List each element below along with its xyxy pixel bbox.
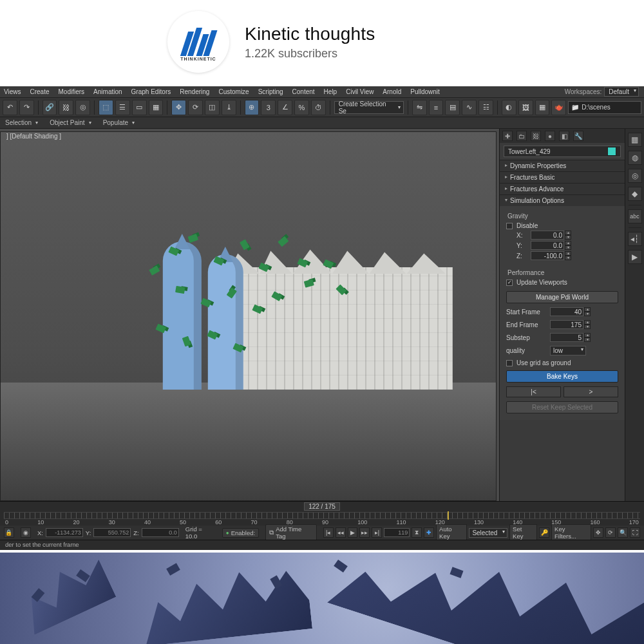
gravity-z-spinner[interactable]: ▴▾ xyxy=(531,251,571,260)
tab-create-icon[interactable]: ✚ xyxy=(502,131,513,141)
status-x-input[interactable] xyxy=(46,528,83,537)
menu-scripting[interactable]: Scripting xyxy=(258,88,283,95)
tool-abc-icon[interactable]: abc xyxy=(628,209,642,223)
menu-customize[interactable]: Customize xyxy=(218,88,249,95)
viewport[interactable] xyxy=(0,131,497,501)
menu-create[interactable]: Create xyxy=(30,88,50,95)
timeline[interactable]: 122 / 175 010 2030 4050 6070 8090 100110… xyxy=(0,501,644,526)
prev-frame-icon[interactable]: ◂◂ xyxy=(336,527,346,538)
viewport-label[interactable]: ] [Default Shading ] xyxy=(6,133,61,140)
status-z-input[interactable] xyxy=(142,528,179,537)
place-button[interactable]: ⤓ xyxy=(222,100,236,115)
rollout-simulation-options[interactable]: Simulation Options xyxy=(500,195,625,206)
gravity-y-spinner[interactable]: ▴▾ xyxy=(531,241,571,250)
object-color-swatch[interactable] xyxy=(607,147,616,156)
percent-snap-button[interactable]: % xyxy=(294,100,309,115)
gravity-disable-checkbox[interactable]: Disable xyxy=(506,222,618,229)
mat-editor-button[interactable]: ◐ xyxy=(502,100,516,115)
current-frame-input[interactable] xyxy=(384,528,410,537)
key-mode-icon[interactable]: ✚ xyxy=(424,527,434,538)
tab-motion-icon[interactable]: ● xyxy=(545,131,555,141)
channel-avatar[interactable]: THINKINETIC xyxy=(167,11,229,73)
next-frame-icon[interactable]: ▸▸ xyxy=(359,527,370,538)
rollout-fractures-basic[interactable]: Fractures Basic xyxy=(500,172,625,183)
menu-animation[interactable]: Animation xyxy=(93,88,122,95)
tool-torus-icon[interactable]: ◎ xyxy=(628,169,642,183)
tab-utilities-icon[interactable]: 🔧 xyxy=(573,131,583,141)
tool-diamond-icon[interactable]: ◆ xyxy=(628,187,642,201)
snap-3-button[interactable]: 3 xyxy=(261,100,276,115)
ribbon-selection[interactable]: Selection xyxy=(5,119,38,126)
time-config-icon[interactable]: ⧗ xyxy=(412,527,422,538)
render-frame-button[interactable]: ▦ xyxy=(535,100,550,115)
render-setup-button[interactable]: 🖼 xyxy=(518,100,533,115)
key-target-dropdown[interactable]: Selected xyxy=(469,528,507,538)
select-button[interactable]: ⬚ xyxy=(99,100,113,115)
ref-coord-button[interactable]: ⊕ xyxy=(245,100,260,115)
mirror-button[interactable]: ⇋ xyxy=(412,100,427,115)
key-filters-icon[interactable]: 🔑 xyxy=(539,527,549,538)
schematic-button[interactable]: ☷ xyxy=(478,100,493,115)
nav-orbit-icon[interactable]: ⟳ xyxy=(605,527,616,538)
bind-button[interactable]: ◎ xyxy=(75,100,90,115)
ribbon-populate[interactable]: Populate xyxy=(103,119,135,126)
channel-name[interactable]: Kinetic thoughts xyxy=(245,24,375,44)
move-button[interactable]: ✥ xyxy=(171,100,186,115)
tab-modify-icon[interactable]: 🗀 xyxy=(516,131,527,141)
key-filters-button[interactable]: Key Filters... xyxy=(551,524,591,541)
align-button[interactable]: ≡ xyxy=(429,100,444,115)
start-frame-spinner[interactable]: ▴▾ xyxy=(550,307,591,316)
nav-first-button[interactable]: |< xyxy=(506,386,561,397)
menu-rendering[interactable]: Rendering xyxy=(180,88,209,95)
curve-editor-button[interactable]: ∿ xyxy=(462,100,477,115)
auto-key-button[interactable]: Auto Key xyxy=(436,524,467,541)
status-y-input[interactable] xyxy=(93,528,131,537)
menu-help[interactable]: Help xyxy=(324,88,337,95)
undo-button[interactable]: ↶ xyxy=(3,100,17,115)
goto-start-icon[interactable]: |◂ xyxy=(323,527,334,538)
bake-keys-button[interactable]: Bake Keys xyxy=(506,370,618,383)
reset-keep-selected-button[interactable]: Reset Keep Selected xyxy=(506,401,618,413)
spinner-snap-button[interactable]: ⏱ xyxy=(311,100,326,115)
unlink-button[interactable]: ⛓ xyxy=(59,100,73,115)
nav-next-button[interactable]: > xyxy=(564,386,618,397)
rollout-dynamic-properties[interactable]: Dynamic Properties xyxy=(500,160,625,171)
substep-spinner[interactable]: ▴▾ xyxy=(550,333,591,342)
window-cross-button[interactable]: ▦ xyxy=(149,100,164,115)
nav-pan-icon[interactable]: ✥ xyxy=(593,527,603,538)
redo-button[interactable]: ↷ xyxy=(19,100,34,115)
goto-end-icon[interactable]: ▸| xyxy=(372,527,382,538)
end-frame-spinner[interactable]: ▴▾ xyxy=(550,320,591,329)
scale-button[interactable]: ◫ xyxy=(205,100,220,115)
select-name-button[interactable]: ☰ xyxy=(115,100,130,115)
menu-modifiers[interactable]: Modifiers xyxy=(59,88,85,95)
quality-dropdown[interactable]: low xyxy=(550,346,586,355)
isolate-icon[interactable]: ◉ xyxy=(21,527,31,538)
menu-pulldownit[interactable]: Pulldownit xyxy=(410,88,440,95)
workspace-dropdown[interactable]: Default xyxy=(604,87,639,97)
tool-play-icon[interactable]: ▶ xyxy=(628,250,642,264)
script-enabled-pill[interactable]: Enabled: xyxy=(222,528,259,538)
tool-prev-icon[interactable]: ◂┆ xyxy=(628,232,642,246)
project-path[interactable]: D:\scenes xyxy=(568,101,641,114)
link-button[interactable]: 🔗 xyxy=(43,100,57,115)
rect-select-button[interactable]: ▭ xyxy=(132,100,147,115)
lock-selection-icon[interactable]: 🔒 xyxy=(4,527,14,538)
play-icon[interactable]: ▶ xyxy=(348,527,358,538)
nav-max-icon[interactable]: ⛶ xyxy=(630,527,640,538)
set-key-button[interactable]: Set Key xyxy=(509,524,537,541)
use-grid-checkbox[interactable]: Use grid as ground xyxy=(506,359,618,366)
add-time-tag-button[interactable]: ⧉Add Time Tag xyxy=(265,524,317,541)
ribbon-object-paint[interactable]: Object Paint xyxy=(50,119,91,126)
menu-content[interactable]: Content xyxy=(292,88,315,95)
object-name-field[interactable]: TowerLeft_429 xyxy=(504,146,621,157)
menu-civil-view[interactable]: Civil View xyxy=(346,88,374,95)
selection-set-dropdown[interactable]: Create Selection Se xyxy=(334,101,404,114)
rollout-fractures-advance[interactable]: Fractures Advance xyxy=(500,184,625,194)
rotate-button[interactable]: ⟳ xyxy=(188,100,203,115)
manage-pdi-world-button[interactable]: Manage Pdi World xyxy=(506,291,618,303)
menu-views[interactable]: Views xyxy=(4,88,21,95)
gravity-x-spinner[interactable]: ▴▾ xyxy=(531,231,571,240)
tab-display-icon[interactable]: ◧ xyxy=(559,131,569,141)
menu-arnold[interactable]: Arnold xyxy=(383,88,401,95)
